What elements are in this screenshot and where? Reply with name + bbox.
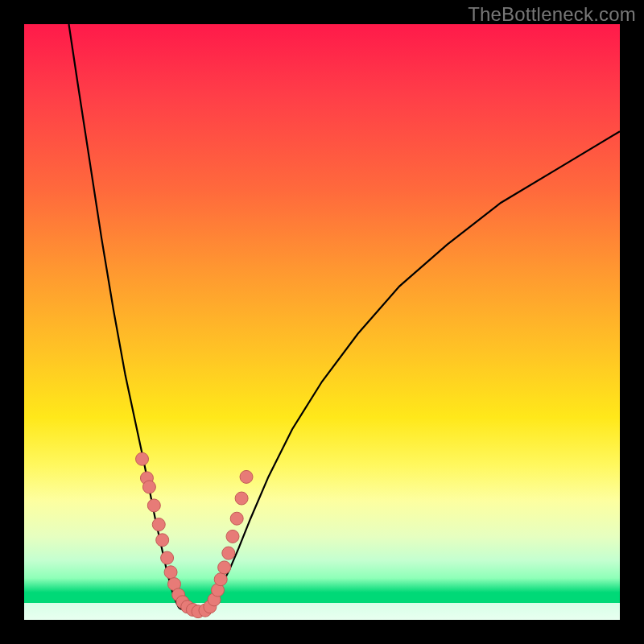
scatter-dot (240, 470, 253, 483)
scatter-dot (214, 573, 227, 586)
plot-area (24, 24, 620, 620)
scatter-dot (147, 499, 160, 512)
scatter-dot (136, 452, 149, 465)
scatter-dot (142, 481, 155, 493)
scatter-dot (156, 534, 169, 547)
chart-frame: TheBottleneck.com (0, 0, 644, 644)
scatter-dot (161, 551, 174, 564)
scatter-right-dots (199, 470, 253, 617)
scatter-dot (218, 561, 231, 574)
scatter-dot (226, 530, 239, 543)
scatter-dot (235, 492, 248, 505)
curve-right-branch (208, 131, 620, 608)
scatter-dot (230, 512, 243, 525)
scatter-dot (222, 547, 235, 559)
scatter-dot (164, 566, 177, 579)
watermark-text: TheBottleneck.com (468, 3, 636, 26)
scatter-dot (152, 518, 165, 531)
scatter-left-dots (136, 452, 205, 617)
curve-layer (24, 24, 620, 620)
